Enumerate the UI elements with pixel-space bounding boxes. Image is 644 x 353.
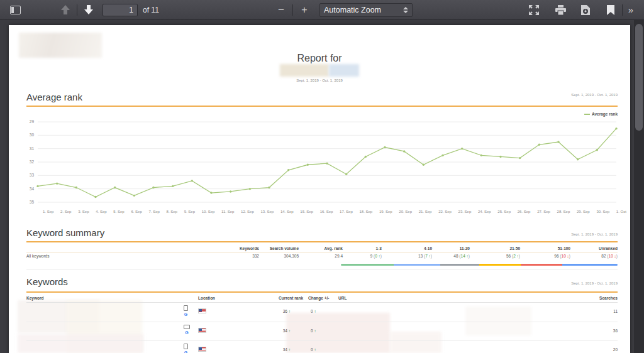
location-flag-icon [198,347,206,352]
average-rank-date-range: Sept. 1, 2019 - Oct. 1, 2019 [571,93,618,97]
y-axis-tick-label: 30 [30,133,35,137]
chart-point [307,164,309,166]
chart-point [403,150,405,152]
scrollbar[interactable] [634,20,644,353]
sidebar-icon [10,6,21,14]
scrollbar-thumb[interactable] [635,24,643,131]
keyword-table-row[interactable]: G34 ↑0 ↑36 [26,322,618,340]
zoom-in-button[interactable]: + [296,2,313,18]
pdf-page-1: Report for Sept. 1, 2019 - Oct. 1, 2019 … [9,25,630,353]
chart-point [557,141,559,143]
keywords-column-header: Current rank [279,296,303,300]
download-button[interactable] [577,2,594,18]
next-page-button[interactable] [80,2,97,18]
x-axis-tick-label: 8. Sep [167,210,177,214]
section-divider [26,106,618,107]
chart-point [230,190,231,192]
chart-point [133,195,135,197]
page-count-label: of 11 [143,6,159,14]
table-border [26,269,618,269]
more-tools-button[interactable]: » [625,2,636,18]
keywords-date-range: Sept. 1, 2019 - Oct. 1, 2019 [571,281,618,285]
keywords-column-header: Change +/- [308,296,329,300]
chart-point [499,156,501,158]
pdf-viewer-window: of 11 − + Automatic Zoom [0,0,644,353]
previous-page-button[interactable] [57,2,74,18]
page-number-input[interactable] [103,4,138,16]
x-axis-tick-label: 14. Sep [280,210,294,214]
zoom-select[interactable]: Automatic Zoom [319,3,413,17]
keyword-table-row[interactable]: G36 ↑0 ↑11 [26,303,618,322]
pdf-toolbar: of 11 − + Automatic Zoom [0,0,644,20]
presentation-mode-button[interactable] [525,2,543,18]
summary-header-empty [26,246,215,251]
keywords-column-header: Searches [599,296,618,300]
bookmark-icon [607,5,614,15]
x-axis-tick-label: 1. Sep [43,210,53,214]
zoom-out-button[interactable]: − [272,2,290,18]
pdf-viewer-area[interactable]: Report for Sept. 1, 2019 - Oct. 1, 2019 … [0,20,644,353]
section-title-keywords: Keywords [26,276,68,287]
location-flag-icon [198,328,206,334]
x-axis-tick-label: 21. Sep [419,210,432,214]
chart-point [210,192,212,193]
device-icons: G [184,344,188,353]
toolbar-divider [77,4,77,16]
zoom-select-value: Automatic Zoom [324,6,381,14]
chart-point [56,182,58,184]
x-axis-tick-label: 6. Sep [131,210,142,214]
mobile-icon [184,344,188,349]
summary-table-header: KeywordsSearch volumeAvg. rank1-34-1011-… [26,246,618,253]
section-divider [26,241,618,242]
report-date-range: Sept. 1, 2019 - Oct. 1, 2019 [9,79,630,82]
mobile-icon [184,305,188,311]
chart-point [94,196,96,198]
bookmark-button[interactable] [602,2,619,18]
x-axis-tick-label: 30. Sep [596,210,609,214]
device-icons: G [184,305,188,317]
summary-cell-value: 48 (14 ↑) [432,254,470,258]
chart-point [36,185,38,187]
x-axis-tick-label: 22. Sep [438,210,452,214]
searches-value: 36 [592,329,618,333]
x-axis-tick-label: 23. Sep [458,210,472,214]
y-axis-tick-label: 31 [30,146,35,151]
summary-column-header: Unranked [570,246,618,251]
redaction-block [280,64,329,77]
summary-column-header: Search volume [259,246,299,251]
keyword-summary-date-range: Sept. 1, 2019 - Oct. 1, 2019 [571,232,618,236]
summary-cell-value: 304,305 [259,254,299,258]
y-axis-tick-label: 35 [30,200,35,204]
x-axis-tick-label: 27. Sep [537,210,550,214]
chart-point [461,148,463,149]
section-divider [26,291,618,293]
chart-legend: Average rank [584,112,618,116]
x-axis-tick-label: 20. Sep [399,210,412,214]
toolbar-divider [292,4,293,16]
distribution-segment [479,264,521,266]
keyword-table-row[interactable]: G34 ↑0 ↑20 [26,340,618,353]
current-rank-value: 36 ↑ [253,309,291,313]
keywords-table-header: KeywordLocationCurrent rankChange +/-URL… [26,295,618,303]
section-title-keyword-summary: Keyword summary [26,227,104,238]
chart-point [75,187,77,188]
summary-column-header: 21-50 [470,246,520,251]
toggle-sidebar-button[interactable] [6,2,24,18]
chart-point [519,157,521,159]
summary-row-label: All keywords [26,254,215,258]
x-axis-tick-label: 9. Sep [184,210,195,214]
print-button[interactable] [552,2,569,18]
y-axis-tick-label: 32 [30,160,35,164]
download-icon [581,5,590,15]
distribution-segment [562,264,618,266]
x-axis-tick-label: 11. Sep [221,210,234,214]
chart-point [152,187,154,188]
arrow-up-icon [61,5,70,14]
chart-point [365,156,367,158]
x-axis-tick-label: 3. Sep [78,210,89,214]
average-rank-chart: 29303132333435 [23,117,620,209]
x-axis-tick-label: 25. Sep [497,210,511,214]
current-rank-value: 34 ↑ [253,329,291,333]
toolbar-divider [622,4,623,16]
chart-point [615,128,617,129]
